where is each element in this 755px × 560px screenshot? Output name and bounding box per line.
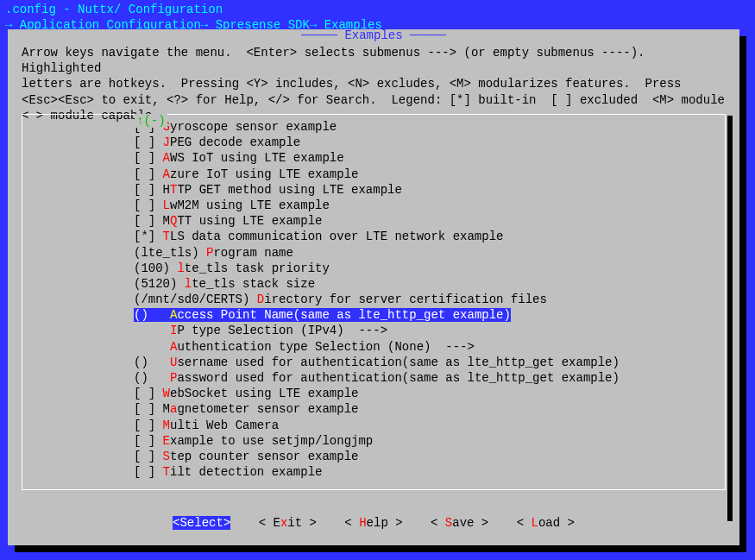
hotkey-char: L [163,198,170,212]
exit-button[interactable]: < Exit > [259,516,317,530]
load-button[interactable]: < Load > [517,516,575,530]
menu-item[interactable]: (5120) lte_tls stack size [22,276,726,292]
hotkey-char: A [163,167,170,181]
menu-item[interactable]: [ ] LwM2M using LTE example [22,198,726,213]
hotkey-char: E [163,434,170,448]
hotkey-char: A [163,151,170,165]
menu-item[interactable]: [ ] Gyroscope sensor example [22,119,726,135]
menu-list: [ ] Gyroscope sensor example[ ] JPEG dec… [22,119,726,485]
help-button[interactable]: < Help > [344,516,402,530]
menu-item[interactable]: [ ] MQTT using LTE example [22,213,726,229]
menu-item[interactable]: () Password used for authentication(same… [22,370,726,386]
hotkey-char: T [163,230,170,243]
help-text: Arrow keys navigate the menu. <Enter> se… [8,29,739,127]
button-bar: <Select> < Exit > < Help > < Save > < Lo… [8,516,739,530]
hotkey-char: W [163,387,170,400]
menu-item[interactable]: Authentication type Selection (None) ---… [22,339,726,355]
menu-item[interactable]: (/mnt/sd0/CERTS) Directory for server ce… [22,292,726,307]
title-line1: .config - Nuttx/ Configuration [5,2,750,17]
menu-item[interactable]: [ ] Multi Web Camera [22,418,726,433]
hotkey-char: M [163,418,170,432]
hotkey-char: l [185,277,192,291]
main-panel: ───── Examples ───── Arrow keys navigate… [8,29,739,545]
hotkey-char: T [163,465,170,479]
menu-item[interactable]: [ ] Step counter sensor example [22,449,726,464]
menu-item[interactable]: [ ] Azure IoT using LTE example [22,167,726,182]
menu-item[interactable]: [ ] Example to use setjmp/longjmp [22,433,726,449]
scroll-up-indicator: ↑(-) [135,114,167,128]
selected-menu-item[interactable]: () Access Point Name(same as lte_http_ge… [134,308,511,322]
menu-item[interactable]: [ ] HTTP GET method using LTE example [22,182,726,198]
menu-item[interactable]: [ ] JPEG decode example [22,135,726,150]
menu-item[interactable]: [ ] AWS IoT using LTE example [22,150,726,166]
menu-item[interactable]: () Access Point Name(same as lte_http_ge… [22,307,726,323]
menu-item[interactable]: [ ] WebSocket using LTE example [22,386,726,401]
menu-item[interactable]: [ ] Tilt detection example [22,464,726,480]
menu-item[interactable]: IP type Selection (IPv4) ---> [22,323,726,338]
scrollbar-shadow [727,116,733,521]
hotkey-char: S [163,450,170,463]
menu-item[interactable]: [ ] Magnetometer sensor example [22,401,726,417]
select-button[interactable]: <Select> [173,516,230,530]
hotkey-char: J [163,135,170,149]
panel-title: ───── Examples ───── [8,28,739,42]
menu-item[interactable]: (100) lte_tls task priority [22,261,726,276]
menu-item[interactable]: [*] TLS data communication over LTE netw… [22,229,726,244]
hotkey-char: D [257,293,264,306]
hotkey-char: l [177,261,184,275]
menu-item[interactable]: (lte_tls) Program name [22,245,726,261]
save-button[interactable]: < Save > [431,516,488,530]
menu-item[interactable]: () Username used for authentication(same… [22,355,726,370]
